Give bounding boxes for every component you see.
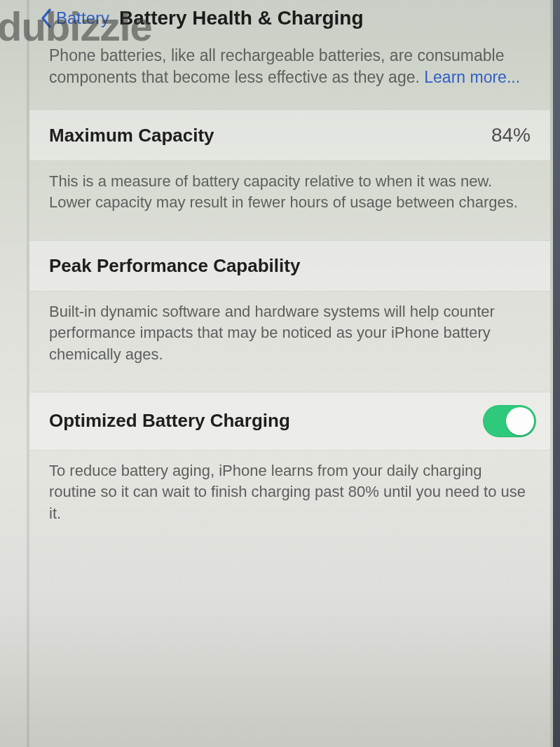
maximum-capacity-label: Maximum Capacity: [49, 125, 214, 146]
peak-performance-label: Peak Performance Capability: [49, 255, 300, 276]
optimized-charging-toggle[interactable]: [483, 405, 536, 437]
maximum-capacity-row[interactable]: Maximum Capacity 84%: [29, 109, 550, 161]
toggle-knob: [506, 407, 534, 435]
optimized-charging-note: To reduce battery aging, iPhone learns f…: [29, 451, 550, 551]
intro-note: Phone batteries, like all rechargeable b…: [29, 39, 550, 109]
chevron-left-icon[interactable]: [39, 8, 53, 29]
maximum-capacity-value: 84%: [491, 124, 531, 146]
settings-screen: Battery Battery Health & Charging Phone …: [29, 0, 550, 551]
back-button[interactable]: Battery: [56, 8, 109, 28]
optimized-charging-label: Optimized Battery Charging: [49, 410, 290, 432]
peak-performance-note: Built-in dynamic software and hardware s…: [29, 292, 550, 392]
peak-performance-row[interactable]: Peak Performance Capability: [29, 240, 550, 292]
phone-frame: Battery Battery Health & Charging Phone …: [27, 0, 553, 747]
nav-bar: Battery Battery Health & Charging: [29, 3, 550, 39]
page-title: Battery Health & Charging: [119, 7, 364, 29]
device-bezel-right: [553, 0, 560, 747]
maximum-capacity-note: This is a measure of battery capacity re…: [29, 161, 550, 240]
optimized-charging-row: Optimized Battery Charging: [29, 392, 550, 451]
learn-more-link[interactable]: Learn more...: [424, 68, 520, 86]
